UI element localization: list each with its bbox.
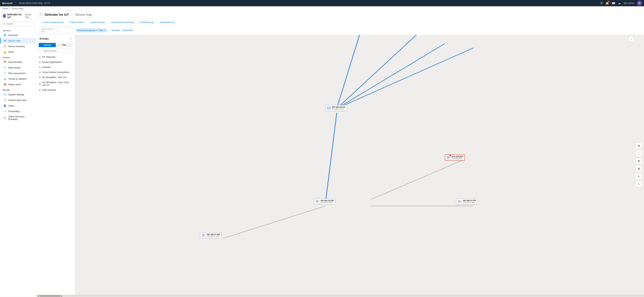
map-node-5[interactable]: 192.168.10.100 192.168.10.100 bbox=[200, 232, 222, 238]
trends-icon: 📊 bbox=[3, 77, 6, 80]
scroll-right-icon[interactable]: ▶ bbox=[61, 295, 62, 297]
reset-filters-button[interactable]: Reset filters bbox=[122, 29, 133, 32]
group-label: Cross Subnet Connections bbox=[42, 71, 69, 74]
node-ip-5: 192.168.10.100 bbox=[207, 235, 220, 237]
select-region-button[interactable]: ⬚ bbox=[636, 150, 642, 156]
sidebar-search-area: « bbox=[0, 20, 36, 28]
filter-chip-label: Multicast/broadcast == Hide bbox=[77, 29, 103, 32]
map-node-4[interactable]: 192.168.10.106 192.168.10.106 bbox=[456, 198, 478, 204]
node-device-icon-3 bbox=[316, 200, 319, 203]
ip-mac-search-dropdown[interactable]: Search by IP / MAC ▾ bbox=[40, 27, 74, 34]
svg-text:</>: </> bbox=[328, 107, 330, 108]
group-item-av-zero-trust[interactable]: ▶ AV Simulation - Zero Trust Jan 23 bbox=[36, 80, 75, 88]
map-node-2[interactable]: ! 10.0.104.0/24 10.0.104.0/24 bbox=[445, 154, 465, 160]
settings-icon[interactable]: ⚙ bbox=[600, 2, 603, 5]
sidebar-item-alerts[interactable]: 🔔 Alerts bbox=[0, 49, 36, 55]
node-name-3: 192.168.10.200 bbox=[320, 199, 334, 201]
sidebar-item-event-timeline[interactable]: 📅 Event timeline bbox=[0, 59, 36, 65]
node-name-5: 192.168.10.100 bbox=[207, 233, 220, 235]
node-info-4: 192.168.10.106 192.168.10.106 bbox=[463, 199, 476, 203]
group-item-cdp-protocol[interactable]: ▶ CDP Protocol bbox=[36, 88, 75, 93]
sidebar-item-risk-assessment[interactable]: 🛡 Risk assessment bbox=[0, 70, 36, 76]
map-controls: ⊕ ⬚ ⚙ ⊞ + − bbox=[636, 142, 642, 187]
page-logo-icon: 🛡 bbox=[40, 13, 42, 17]
sidebar-item-trends-statistics[interactable]: 📊 Trends & statistics bbox=[0, 76, 36, 82]
groups-collapse-button[interactable]: « bbox=[71, 37, 72, 40]
content-area: 🛡 Defender for IoT | Device map + Create… bbox=[36, 11, 644, 297]
group-label: Known Applications bbox=[42, 61, 62, 63]
group-label: CDP Protocol bbox=[42, 89, 56, 91]
nav-label-system-settings: System settings bbox=[8, 93, 24, 96]
map-node-3[interactable]: 192.168.10.200 192.168.10.200 bbox=[314, 198, 335, 204]
sidebar-app-header: 🛡 Defender for IoT | Device map bbox=[0, 11, 36, 20]
zoom-in-button[interactable]: + bbox=[636, 173, 642, 179]
nav-label-device-inventory: Device inventory bbox=[8, 45, 25, 48]
lower-area: Groups « Highlight Filter ▶ OT Protocols… bbox=[36, 35, 644, 295]
sidebar-item-overview[interactable]: 🌐 Overview bbox=[0, 32, 36, 38]
scrollbar-thumb[interactable] bbox=[40, 295, 60, 297]
filter-chip-remove-icon[interactable]: ✕ bbox=[104, 29, 106, 32]
map-settings-button[interactable]: ⚙ bbox=[636, 158, 642, 164]
group-item-cross-subnet[interactable]: ▶ Cross Subnet Connections bbox=[36, 70, 75, 75]
dropdown-chevron-icon: ▾ bbox=[57, 30, 73, 32]
svg-line-4 bbox=[326, 113, 337, 204]
export-icon: ↓ bbox=[89, 21, 90, 24]
nav-label-risk-assessment: Risk assessment bbox=[8, 72, 25, 75]
refresh-map-button[interactable]: ↻ Refresh map bbox=[137, 20, 156, 25]
group-arrow-icon: ▶ bbox=[40, 89, 41, 91]
scroll-left-icon[interactable]: ◀ bbox=[37, 295, 39, 297]
collapse-map-panel-button[interactable]: « bbox=[629, 37, 634, 42]
notifications-button[interactable]: ↕ Notifications (2) bbox=[156, 20, 177, 25]
map-node-1[interactable]: </> 192.168.119.22 192.168.119.22 bbox=[326, 105, 347, 111]
users-icon: 👤 bbox=[3, 104, 6, 107]
cloud-icon[interactable]: ☁ bbox=[618, 2, 621, 5]
sidebar-item-active-discovery[interactable]: 🔍 Active discovery (Preview) bbox=[0, 114, 36, 122]
tab-highlight[interactable]: Highlight bbox=[39, 43, 56, 47]
node-device-icon: </> bbox=[327, 106, 331, 110]
export-devices-button[interactable]: ↓ Export Devices bbox=[87, 20, 107, 25]
system-settings-icon: ⚙ bbox=[3, 93, 6, 96]
sidebar-item-custom-alert-rules[interactable]: 📝 Custom alert rules bbox=[0, 97, 36, 103]
search-placeholder: Search by IP / MAC bbox=[41, 28, 57, 33]
map-svg bbox=[75, 35, 644, 295]
sidebar-item-data-mining[interactable]: ⛏ Data mining bbox=[0, 65, 36, 70]
groups-title: Groups bbox=[40, 37, 49, 40]
groups-search-input[interactable] bbox=[39, 49, 73, 53]
notification-icon[interactable]: 🔔 1 bbox=[606, 2, 609, 5]
sidebar-search-input[interactable] bbox=[2, 22, 34, 26]
breadcrumb-home[interactable]: Home bbox=[3, 7, 8, 10]
sidebar-item-users[interactable]: 👤 Users bbox=[0, 103, 36, 108]
sidebar-item-system-settings[interactable]: ⚙ System settings bbox=[0, 92, 36, 97]
forwarding-icon: ↗ bbox=[3, 110, 6, 113]
nav-label-custom-alert-rules: Custom alert rules bbox=[8, 99, 26, 101]
sidebar-item-device-inventory[interactable]: 📋 Device inventory bbox=[0, 44, 36, 49]
sidebar-item-device-map[interactable]: 🗺 Device map bbox=[0, 38, 36, 44]
node-device-icon-4 bbox=[458, 200, 462, 203]
fit-view-button[interactable]: ⊞ bbox=[636, 166, 642, 172]
group-item-subnets[interactable]: ▶ Subnets bbox=[36, 65, 75, 70]
brand-label: Microsoft bbox=[2, 2, 12, 5]
import-devices-button[interactable]: ↑ Import Devices bbox=[66, 20, 86, 25]
nav-label-trends-statistics: Trends & statistics bbox=[8, 78, 27, 80]
group-item-known-applications[interactable]: ▶ Known Applications bbox=[36, 60, 75, 65]
sidebar-item-attack-vector[interactable]: 🎯 Attack vector bbox=[0, 82, 36, 87]
zoom-out-button[interactable]: − bbox=[636, 181, 642, 187]
group-label: AV Simulation - Zero Trust Jan 23 bbox=[42, 81, 72, 86]
group-arrow-icon: ▶ bbox=[40, 71, 41, 73]
svg-rect-18 bbox=[316, 201, 318, 202]
group-item-av-dec[interactable]: ▶ AV Simulation - Dec 222 bbox=[36, 75, 75, 80]
app-page: Device map bbox=[25, 14, 34, 18]
crosshair-button[interactable]: ⊕ bbox=[636, 142, 642, 149]
book-icon[interactable]: 📖 bbox=[612, 2, 615, 5]
export-device-summary-button[interactable]: ↓ Export Device Summary bbox=[108, 20, 136, 25]
create-custom-group-button[interactable]: + Create Custom Group bbox=[40, 20, 66, 25]
avatar[interactable]: A bbox=[637, 1, 642, 6]
page-header: 🛡 Defender for IoT | Device map bbox=[36, 11, 644, 19]
sidebar-item-forwarding[interactable]: ↗ Forwarding bbox=[0, 108, 36, 114]
node-device-icon-5 bbox=[202, 233, 206, 237]
groups-panel: Groups « Highlight Filter ▶ OT Protocols… bbox=[36, 35, 75, 295]
tab-filter[interactable]: Filter bbox=[56, 43, 73, 47]
group-item-ot-protocols[interactable]: ▶ OT Protocols bbox=[36, 55, 75, 60]
topbar-left: Microsoft Tianjin-offices-south-wing - 2… bbox=[2, 2, 50, 5]
add-filter-button[interactable]: + Add filter bbox=[109, 29, 121, 32]
